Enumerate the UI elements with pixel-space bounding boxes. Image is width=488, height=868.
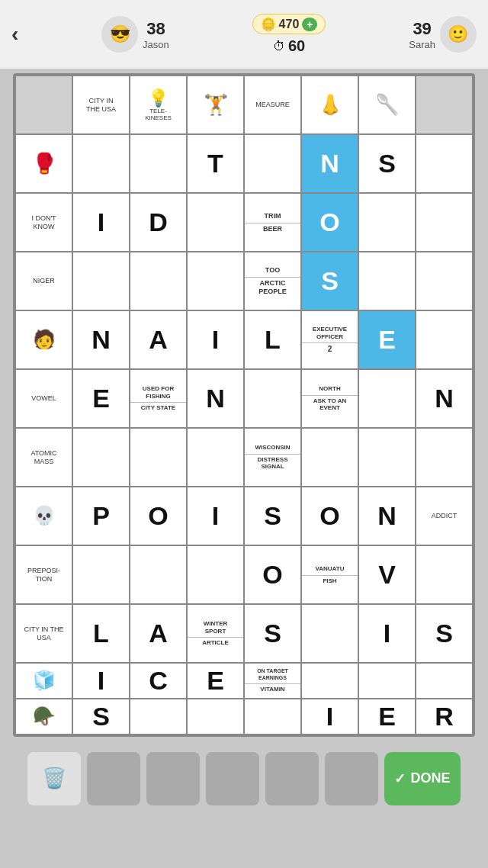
timer-value: 60 [288,37,305,55]
cell-r10c4[interactable]: ON TARGETEARNINGS VITAMIN [245,664,300,698]
letter-tile-1[interactable] [87,752,140,805]
cell-r1c1[interactable] [73,135,129,192]
cell-r4c7[interactable] [416,311,472,368]
cell-r6c7[interactable] [416,429,472,486]
cell-r4c6[interactable]: E [359,311,415,368]
cell-r9c7[interactable]: S [416,605,472,662]
cell-r9c2[interactable]: A [130,605,186,662]
cell-r11c4[interactable] [245,699,300,734]
cell-r6c0[interactable]: ATOMICMASS [16,429,72,486]
cell-r3c6[interactable] [359,252,415,310]
cell-r5c7[interactable]: N [416,370,472,427]
cell-r9c0[interactable]: CITY IN THEUSA [16,605,72,662]
cell-r2c5[interactable]: O [302,194,358,251]
cell-r2c7[interactable] [416,194,472,251]
cell-r2c1[interactable]: I [73,194,129,251]
trash-button[interactable]: 🗑️ [27,752,81,805]
cell-r11c3[interactable] [188,699,243,734]
cell-r11c7[interactable]: R [416,699,472,734]
cell-r3c0[interactable]: NIGER [16,252,72,310]
cell-r5c6[interactable] [359,370,415,427]
cell-r9c6[interactable]: I [359,605,415,662]
cell-r11c2[interactable] [130,699,186,734]
done-button[interactable]: ✓ DONE [384,752,461,805]
cell-r8c3[interactable] [188,546,243,603]
cell-r9c1[interactable]: L [73,605,129,662]
letter-tile-5[interactable] [325,752,378,805]
cell-r3c4[interactable]: TOO ARCTICPEOPLE [245,252,300,310]
cell-r2c6[interactable] [359,194,415,251]
cell-r10c5[interactable] [302,664,358,698]
cell-r11c5[interactable]: I [302,699,358,734]
cell-r8c0[interactable]: PREPOSI-TION [16,546,72,603]
letter-tile-2[interactable] [146,752,200,805]
cell-r8c7[interactable] [416,546,472,603]
cell-r5c0[interactable]: VOWEL [16,370,72,427]
cell-r9c3[interactable]: WINTERSPORT ARTICLE [188,605,243,662]
cell-r5c1[interactable]: E [73,370,129,427]
cell-r7c2[interactable]: O [130,487,186,545]
cell-r6c2[interactable] [130,429,186,486]
cell-r4c5[interactable]: EXECUTIVEOFFICER 2 [302,311,358,368]
cell-r4c2[interactable]: A [130,311,186,368]
cell-r8c1[interactable] [73,546,129,603]
cell-r2c0[interactable]: I DON'TKNOW [16,194,72,251]
cell-r1c4[interactable] [245,135,300,192]
cell-r10c6[interactable] [359,664,415,698]
cell-r10c1[interactable]: I [73,664,129,698]
cell-r4c3[interactable]: I [188,311,243,368]
cell-r0c4[interactable]: MEASURE [245,76,300,133]
cell-r8c6[interactable]: V [359,546,415,603]
plus-coins-button[interactable]: + [302,18,317,31]
cell-r5c4[interactable] [245,370,300,427]
cell-r6c6[interactable] [359,429,415,486]
cell-r5c3[interactable]: N [188,370,243,427]
cell-r3c1[interactable] [73,252,129,310]
cell-r11c6[interactable]: E [359,699,415,734]
cell-r0c3[interactable]: 🏋️ [188,76,243,133]
cell-r1c6[interactable]: S [359,135,415,192]
cell-r2c3[interactable] [188,194,243,251]
cell-r6c3[interactable] [188,429,243,486]
cell-r1c5[interactable]: N [302,135,358,192]
player-left-name: Jason [143,39,169,50]
cell-r3c3[interactable] [188,252,243,310]
cell-r0c1[interactable]: CITY INTHE USA [73,76,129,133]
cell-r4c1[interactable]: N [73,311,129,368]
cell-r9c4[interactable]: S [245,605,300,662]
cell-r2c4[interactable]: TRIM BEER [245,194,300,251]
cell-r8c5[interactable]: VANUATU FISH [302,546,358,603]
cell-r7c1[interactable]: P [73,487,129,545]
cell-r6c4[interactable]: WISCONSIN DISTRESSSIGNAL [245,429,300,486]
cell-r7c7[interactable]: ADDICT [416,487,472,545]
cell-r1c7[interactable] [416,135,472,192]
back-button[interactable]: ‹ [11,22,18,47]
letter-tile-4[interactable] [265,752,319,805]
cell-r1c3[interactable]: T [188,135,243,192]
cell-r3c2[interactable] [130,252,186,310]
cell-r6c1[interactable] [73,429,129,486]
cell-r3c5[interactable]: S [302,252,358,310]
cell-r10c3[interactable]: E [188,664,243,698]
cell-r9c5[interactable] [302,605,358,662]
cell-r1c2[interactable] [130,135,186,192]
cell-r7c5[interactable]: O [302,487,358,545]
cell-r10c2[interactable]: C [130,664,186,698]
cell-r0c2[interactable]: 💡 TELE-KINESES [130,76,186,133]
cell-r5c2[interactable]: USED FORFISHING CITY STATE [130,370,186,427]
cell-r2c2[interactable]: D [130,194,186,251]
cell-r8c2[interactable] [130,546,186,603]
letter-tile-3[interactable] [206,752,259,805]
cell-r10c7[interactable] [416,664,472,698]
cell-r8c4[interactable]: O [245,546,300,603]
cell-r3c7[interactable] [416,252,472,310]
cell-r5c5[interactable]: NORTH ASK TO ANEVENT [302,370,358,427]
cell-r4c4[interactable]: L [245,311,300,368]
cell-r11c1[interactable]: S [73,699,129,734]
cell-r6c5[interactable] [302,429,358,486]
cell-r7c6[interactable]: N [359,487,415,545]
cell-r0c5[interactable]: 👃 [302,76,358,133]
cell-r7c4[interactable]: S [245,487,300,545]
cell-r7c3[interactable]: I [188,487,243,545]
cell-r0c6[interactable]: 🥄 [359,76,415,133]
